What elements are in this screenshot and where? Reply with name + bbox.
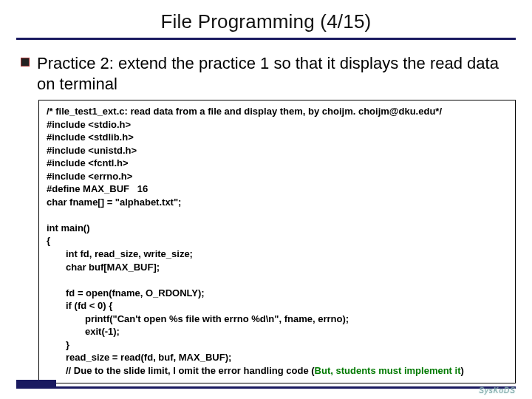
code-line: #include <unistd.h> xyxy=(47,145,137,156)
code-line: char buf[MAX_BUF]; xyxy=(47,261,508,274)
code-line: char fname[] = "alphabet.txt"; xyxy=(47,197,181,208)
code-line: fd = open(fname, O_RDONLY); xyxy=(47,287,508,300)
logo: SysKoDS xyxy=(479,386,516,395)
square-bullet-icon xyxy=(21,58,30,66)
code-line: int fd, read_size, write_size; xyxy=(47,248,508,261)
slide: File Programming (4/15) Practice 2: exte… xyxy=(0,0,532,399)
code-line: printf("Can't open %s file with errno %d… xyxy=(47,313,508,326)
code-line: #include <stdlib.h> xyxy=(47,132,134,143)
code-line: #include <errno.h> xyxy=(47,171,132,182)
slide-title: File Programming (4/15) xyxy=(16,10,516,33)
code-comment-part: ) xyxy=(461,365,464,376)
code-listing: /* file_test1_ext.c: read data from a fi… xyxy=(38,100,516,383)
code-line: exit(-1); xyxy=(47,325,508,338)
code-line: if (fd < 0) { xyxy=(47,299,508,313)
code-line: read_size = read(fd, buf, MAX_BUF); xyxy=(47,351,508,364)
code-comment-part: // Due to the slide limit, I omit the er… xyxy=(66,365,315,376)
code-line: } xyxy=(47,338,508,352)
footer-rule xyxy=(16,386,516,389)
bullet-text: Practice 2: extend the practice 1 so tha… xyxy=(37,53,516,94)
title-underline xyxy=(16,38,516,40)
title-block: File Programming (4/15) xyxy=(16,10,516,40)
code-comment-highlight: But, students must implement it xyxy=(315,365,461,376)
bullet-item: Practice 2: extend the practice 1 so tha… xyxy=(16,53,516,94)
code-line: #define MAX_BUF 16 xyxy=(47,183,148,194)
footer-accent xyxy=(16,380,56,389)
code-line: /* file_test1_ext.c: read data from a fi… xyxy=(47,106,442,117)
code-line: #include <fcntl.h> xyxy=(47,157,129,168)
code-line: { xyxy=(47,235,50,246)
code-line: // Due to the slide limit, I omit the er… xyxy=(47,364,508,378)
code-line: #include <stdio.h> xyxy=(47,119,131,130)
code-line: int main() xyxy=(47,222,90,233)
